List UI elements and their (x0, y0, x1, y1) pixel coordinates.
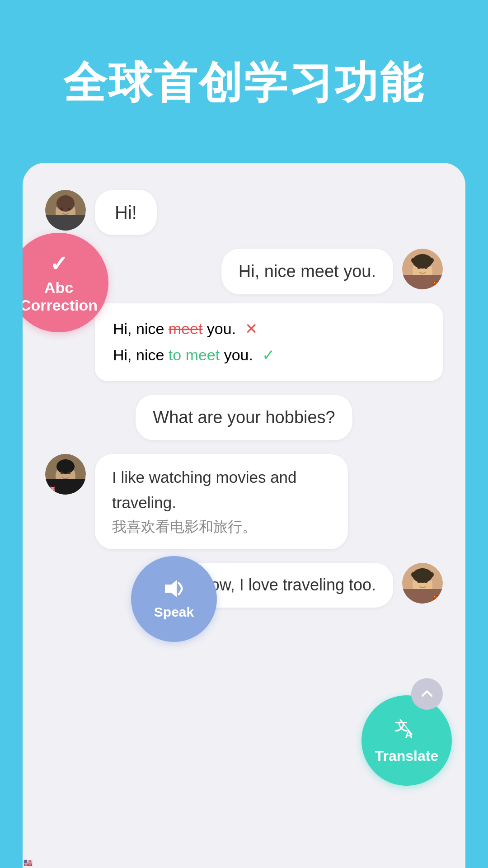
correction-correct-suffix: you. (220, 346, 253, 363)
translate-bubble[interactable]: 文 A Translate (361, 695, 452, 786)
flag-cn2: 🇨🇳 (433, 594, 442, 603)
correction-wrong-line: Hi, nice meet you.✕ (113, 316, 425, 342)
correction-wrong-word: meet (169, 320, 203, 337)
svg-point-13 (425, 266, 427, 269)
correction-box: Hi, nice meet you.✕ Hi, nice to meet you… (95, 303, 443, 381)
bubble-text-movies-zh: 我喜欢看电影和旅行。 (112, 515, 331, 538)
bubble-hi: Hi! (95, 190, 157, 235)
abc-label-line1: Abc (44, 279, 73, 297)
translate-label: Translate (375, 748, 439, 764)
correction-wrong-suffix: you. (202, 320, 236, 337)
chat-panel: ✓ Abc Correction 🇺🇸 Hi! Hi, nice meet yo… (23, 163, 465, 868)
svg-point-22 (61, 472, 63, 474)
svg-point-32 (425, 580, 427, 583)
avatar-female1: 🇨🇳 (402, 249, 443, 289)
bubble-hi-nice-meet: Hi, nice meet you. (221, 249, 393, 294)
correction-correct-line: Hi, nice to meet you.✓ (113, 342, 425, 368)
avatar-male1: 🇺🇸 (45, 190, 86, 231)
bubble-text-traveling: Wow, I love traveling too. (195, 576, 376, 594)
chat-row-msg1: 🇺🇸 Hi! (45, 190, 443, 235)
svg-rect-6 (45, 215, 86, 231)
avatar-male2: 🇺🇸 (45, 454, 86, 495)
svg-rect-11 (411, 258, 434, 263)
svg-point-23 (68, 472, 70, 474)
svg-point-3 (56, 195, 75, 212)
correction-x-mark: ✕ (245, 320, 258, 337)
svg-point-21 (56, 459, 75, 474)
abc-check-icon: ✓ (50, 251, 68, 276)
speak-bubble[interactable]: Speak (131, 556, 217, 642)
scroll-up-button[interactable] (411, 678, 443, 710)
speak-label: Speak (154, 604, 194, 620)
bubble-movies: I like watching movies and traveling. 我喜… (95, 454, 348, 549)
speak-icon (161, 578, 187, 604)
flag-cn1: 🇨🇳 (433, 280, 442, 288)
correction-check-mark: ✓ (262, 346, 275, 363)
svg-point-4 (61, 208, 63, 210)
translate-icon: 文 A (393, 717, 420, 747)
svg-point-5 (68, 208, 70, 210)
header-title: 全球首创学习功能 (0, 0, 488, 113)
svg-marker-25 (165, 580, 177, 597)
bubble-text-hobbies: What are your hobbies? (153, 408, 335, 427)
bubble-text-hi-nice-meet: Hi, nice meet you. (239, 262, 376, 281)
avatar-female2: 🇨🇳 (402, 563, 443, 604)
correction-wrong-prefix: Hi, nice (113, 320, 169, 337)
svg-point-31 (418, 580, 420, 583)
bubble-hobbies: What are your hobbies? (136, 395, 352, 440)
chat-row-msg5: 🇺🇸 I like watching movies and traveling.… (45, 454, 443, 549)
bubble-text-movies-en: I like watching movies and traveling. (112, 465, 331, 515)
chat-row-msg6: Wow, I love traveling too. 🇨🇳 (45, 563, 443, 607)
correction-correct-prefix: Hi, nice (113, 346, 169, 363)
correction-correct-word: to meet (169, 346, 220, 363)
chat-row-msg4: What are your hobbies? 文 A Translate (45, 395, 443, 440)
abc-label-line2: Correction (23, 297, 98, 314)
flag-us2: 🇺🇸 (46, 485, 55, 494)
svg-point-12 (418, 266, 420, 269)
svg-rect-30 (411, 572, 434, 577)
